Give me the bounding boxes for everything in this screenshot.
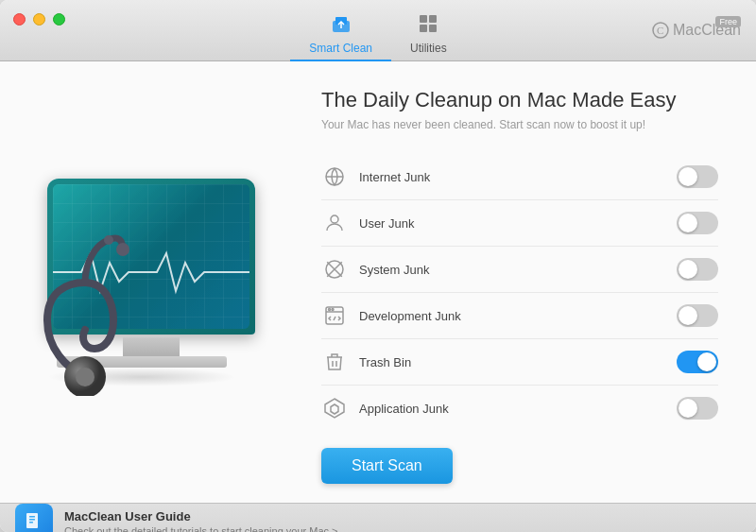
- tab-utilities[interactable]: Utilities: [391, 8, 466, 60]
- scan-item-user-junk: User Junk: [321, 200, 718, 247]
- development-junk-label: Development Junk: [359, 309, 665, 323]
- system-junk-icon: [321, 256, 348, 283]
- tab-smart-clean-label: Smart Clean: [309, 42, 372, 55]
- svg-point-20: [332, 309, 334, 311]
- application-junk-label: Application Junk: [359, 402, 665, 416]
- scan-item-development-junk: Development Junk: [321, 293, 718, 339]
- internet-junk-toggle[interactable]: [677, 165, 718, 188]
- system-junk-toggle[interactable]: [677, 258, 718, 281]
- main-content: The Daily Cleanup on Mac Made Easy Your …: [0, 61, 756, 503]
- svg-point-9: [116, 243, 129, 256]
- footer-title: MacClean User Guide: [64, 509, 338, 523]
- traffic-lights: [13, 13, 65, 26]
- footer-guide-icon: [15, 504, 53, 532]
- footer: MacClean User Guide Check out the detail…: [0, 503, 756, 532]
- tab-bar: Smart Clean Utilities: [290, 8, 465, 60]
- footer-description: Check out the detailed tutorials to star…: [64, 525, 338, 533]
- svg-point-10: [104, 235, 113, 245]
- free-badge: Free: [715, 16, 741, 27]
- user-junk-toggle[interactable]: [677, 212, 718, 234]
- brand-logo: Free C MacClean: [652, 22, 741, 39]
- development-junk-toggle[interactable]: [677, 304, 718, 327]
- utilities-icon: [418, 13, 438, 39]
- trash-bin-label: Trash Bin: [359, 355, 665, 369]
- trash-bin-icon: [321, 349, 348, 375]
- minimize-button[interactable]: [33, 13, 45, 26]
- scan-item-system-junk: System Junk: [321, 247, 718, 293]
- internet-junk-icon: [321, 163, 348, 190]
- svg-rect-23: [26, 513, 38, 528]
- system-junk-label: System Junk: [359, 263, 665, 277]
- application-junk-icon: [321, 395, 348, 421]
- svg-rect-25: [29, 519, 35, 521]
- svg-rect-3: [429, 15, 437, 23]
- development-junk-icon: [321, 302, 348, 329]
- right-panel: The Daily Cleanup on Mac Made Easy Your …: [302, 61, 756, 503]
- tab-utilities-label: Utilities: [410, 42, 447, 55]
- footer-text: MacClean User Guide Check out the detail…: [64, 509, 338, 533]
- left-panel: [0, 61, 302, 503]
- page-subtitle: Your Mac has never been cleaned. Start s…: [321, 118, 718, 131]
- maximize-button[interactable]: [53, 13, 65, 26]
- svg-point-14: [331, 215, 338, 223]
- svg-rect-5: [429, 25, 437, 32]
- trash-bin-toggle[interactable]: [677, 351, 718, 373]
- svg-rect-2: [420, 15, 427, 23]
- svg-point-12: [76, 368, 94, 386]
- titlebar: Smart Clean Utilities Free C: [0, 0, 756, 61]
- app-window: Smart Clean Utilities Free C: [0, 0, 756, 532]
- scan-items-list: Internet Junk User Junk: [321, 154, 718, 431]
- page-title: The Daily Cleanup on Mac Made Easy: [321, 88, 718, 112]
- scan-item-internet-junk: Internet Junk: [321, 154, 718, 200]
- svg-rect-4: [420, 25, 427, 32]
- svg-text:C: C: [657, 25, 663, 36]
- scan-item-trash-bin: Trash Bin: [321, 339, 718, 386]
- scan-item-application-junk: Application Junk: [321, 386, 718, 431]
- close-button[interactable]: [13, 13, 26, 26]
- smart-clean-icon: [331, 13, 352, 39]
- application-junk-toggle[interactable]: [677, 397, 718, 420]
- mac-illustration: [28, 160, 274, 405]
- svg-point-19: [329, 309, 331, 311]
- internet-junk-label: Internet Junk: [359, 170, 665, 184]
- svg-rect-26: [29, 522, 33, 523]
- user-junk-label: User Junk: [359, 216, 665, 231]
- svg-rect-24: [29, 516, 35, 518]
- start-scan-button[interactable]: Start Scan: [321, 448, 453, 484]
- tab-smart-clean[interactable]: Smart Clean: [290, 8, 391, 60]
- user-junk-icon: [321, 210, 348, 236]
- stethoscope: [28, 226, 161, 396]
